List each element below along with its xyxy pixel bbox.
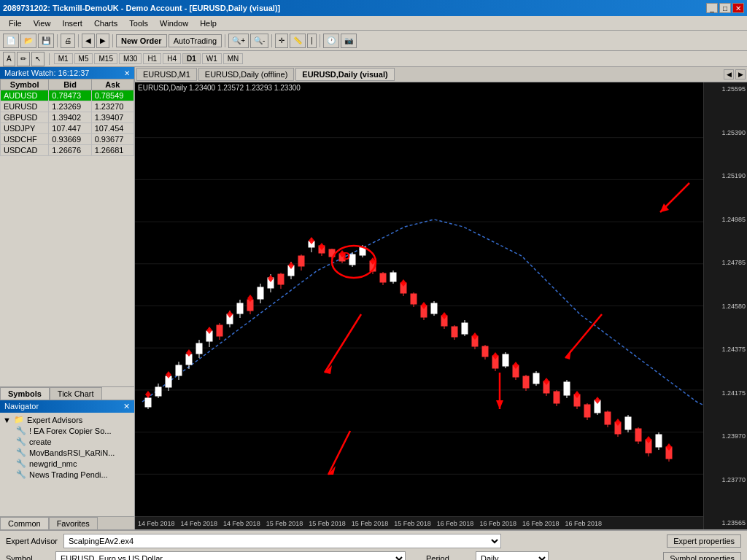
svg-rect-21 (196, 343, 202, 354)
zoom-out-button[interactable]: 🔍- (250, 34, 268, 48)
auto-trading-button[interactable]: AutoTrading (169, 34, 222, 47)
svg-rect-107 (635, 429, 641, 441)
menu-window[interactable]: Window (154, 18, 194, 29)
navigator-close[interactable]: ✕ (123, 402, 130, 411)
maximize-button[interactable]: □ (719, 3, 731, 13)
st-period-select[interactable]: Daily (476, 551, 549, 560)
bottom-left-tabs: Common Favorites (0, 516, 134, 529)
menu-file[interactable]: File (3, 18, 28, 29)
market-watch-close[interactable]: ✕ (124, 69, 130, 77)
crosshair-button[interactable]: ✛ (275, 34, 288, 48)
new-order-button[interactable]: New Order (116, 34, 167, 47)
nav-label-ea4: newgrid_nmc (29, 459, 77, 468)
svg-text:D: D (343, 250, 350, 262)
zoom-in-button[interactable]: 🔍+ (228, 34, 249, 48)
tf-mn[interactable]: MN (223, 53, 244, 64)
time-9: 16 Feb 2018 (476, 520, 519, 527)
tf-sep1 (49, 53, 50, 65)
svg-rect-37 (278, 274, 284, 284)
time-button[interactable]: 🕐 (323, 34, 339, 48)
period-sep-button[interactable]: | (307, 34, 317, 48)
market-watch-row[interactable]: USDCAD 1.26676 1.26681 (1, 145, 134, 156)
tf-m1[interactable]: M1 (54, 53, 73, 64)
toolbar-open-button[interactable]: 📂 (20, 34, 36, 48)
chart-canvas[interactable]: EURUSD,Daily 1.23400 1.23572 1.23293 1.2… (135, 82, 747, 529)
time-1: 14 Feb 2018 (135, 520, 178, 527)
tf-m15[interactable]: M15 (94, 53, 117, 64)
price-6: 1.24580 (705, 303, 746, 310)
chart-tab-eurusd-daily-visual[interactable]: EURUSD,Daily (visual) (295, 68, 394, 81)
mw-symbol: EURUSD (1, 101, 49, 112)
mw-ask: 1.26681 (91, 145, 133, 156)
tab-tick-chart[interactable]: Tick Chart (50, 387, 102, 400)
tf-h1[interactable]: H1 (143, 53, 161, 64)
st-ea-select[interactable]: ScalpingEAv2.ex4 (63, 534, 501, 548)
toolbar-print-button[interactable]: 🖨 (61, 34, 75, 48)
nav-icon-folder: 📁 (14, 415, 24, 424)
price-1: 1.25595 (705, 85, 746, 93)
mw-ask: 0.93677 (91, 134, 133, 145)
menu-help[interactable]: Help (194, 18, 222, 29)
toolbar-sep3 (112, 34, 113, 47)
title-bar: 2089731202: Tickmill-DemoUK - Demo Accou… (0, 0, 747, 16)
nav-item-ea5[interactable]: 🔧 News Trading Pendi... (1, 469, 133, 480)
nav-item-ea4[interactable]: 🔧 newgrid_nmc (1, 458, 133, 469)
chart-tab-eurusd-daily-offline[interactable]: EURUSD,Daily (offline) (198, 68, 295, 81)
st-period-label: Period (426, 554, 470, 560)
st-symbol-props-btn[interactable]: Symbol properties (663, 552, 741, 560)
time-7: 15 Feb 2018 (391, 520, 434, 527)
tf-m5[interactable]: M5 (74, 53, 93, 64)
st-expert-props-btn[interactable]: Expert properties (667, 534, 741, 548)
toolbar-sep2 (78, 34, 79, 47)
menu-view[interactable]: View (28, 18, 57, 29)
tf-w1[interactable]: W1 (202, 53, 222, 64)
nav-item-ea3[interactable]: 🔧 MovBandsRSI_KaRiN... (1, 447, 133, 458)
nav-item-ea2[interactable]: 🔧 create (1, 436, 133, 447)
chart-svg: D (135, 96, 703, 516)
toolbar-forward-button[interactable]: ▶ (96, 34, 109, 48)
tab-favorites[interactable]: Favorites (49, 517, 98, 529)
toolbar-nav-button[interactable]: ◀ (82, 34, 95, 48)
svg-rect-13 (155, 387, 161, 396)
tab-symbols[interactable]: Symbols (0, 387, 50, 400)
svg-rect-105 (625, 417, 631, 429)
menu-bar: File View Insert Charts Tools Window Hel… (0, 16, 747, 31)
cursor-tool-button[interactable]: ↖ (31, 52, 44, 66)
chart-area: EURUSD,M1 EURUSD,Daily (offline) EURUSD,… (135, 67, 747, 529)
st-row-ea: Expert Advisor ScalpingEAv2.ex4 Expert p… (6, 534, 741, 548)
menu-charts[interactable]: Charts (88, 18, 123, 29)
close-button[interactable]: ✕ (732, 3, 744, 13)
menu-insert[interactable]: Insert (56, 18, 88, 29)
chart-nav-prev[interactable]: ◀ (724, 69, 734, 79)
line-button[interactable]: 📏 (290, 34, 306, 48)
svg-rect-41 (298, 256, 304, 266)
tf-h4[interactable]: H4 (163, 53, 181, 64)
svg-rect-85 (523, 376, 529, 388)
st-symbol-select[interactable]: EURUSD, Euro vs US Dollar (55, 551, 406, 560)
chart-tab-eurusd-m1[interactable]: EURUSD,M1 (136, 68, 197, 81)
navigator-header: Navigator ✕ (0, 400, 134, 413)
market-watch-row[interactable]: USDJPY 107.447 107.454 (1, 123, 134, 134)
text-tool-button[interactable]: A (3, 52, 15, 66)
menu-tools[interactable]: Tools (123, 18, 154, 29)
chart-nav-next[interactable]: ▶ (735, 69, 746, 79)
screenshot-button[interactable]: 📷 (341, 34, 357, 48)
price-2: 1.25390 (705, 129, 746, 136)
draw-tool-button[interactable]: ✏ (17, 52, 30, 66)
toolbar-save-button[interactable]: 💾 (38, 34, 54, 48)
tab-common[interactable]: Common (0, 517, 49, 529)
nav-item-ea1[interactable]: 🔧 ! EA Forex Copier So... (1, 425, 133, 436)
svg-rect-25 (217, 325, 222, 336)
nav-item-ea[interactable]: ▼ 📁 Expert Advisors (1, 414, 133, 425)
tf-m30[interactable]: M30 (119, 53, 142, 64)
toolbar-new-button[interactable]: 📄 (3, 34, 19, 48)
market-watch-row[interactable]: USDCHF 0.93669 0.93677 (1, 134, 134, 145)
market-watch-row[interactable]: GBPUSD 1.39402 1.39407 (1, 112, 134, 123)
market-watch-row[interactable]: AUDUSD 0.78473 0.78549 (1, 90, 134, 101)
tf-d1[interactable]: D1 (182, 53, 201, 64)
svg-rect-73 (462, 323, 468, 334)
market-watch-row[interactable]: EURUSD 1.23269 1.23270 (1, 101, 134, 112)
mw-bid: 107.447 (49, 123, 91, 134)
time-10: 16 Feb 2018 (519, 520, 562, 527)
minimize-button[interactable]: _ (706, 3, 718, 13)
